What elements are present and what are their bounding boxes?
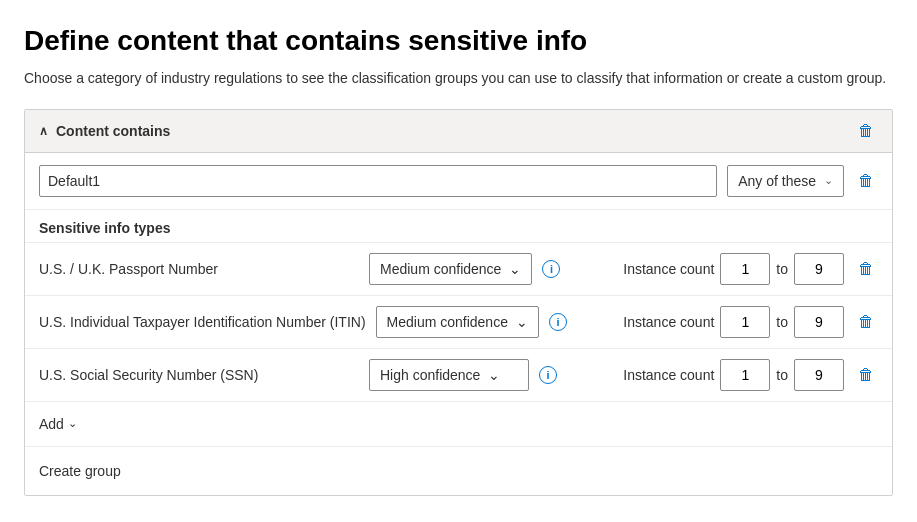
add-label: Add: [39, 416, 64, 432]
card-header: ∧ Content contains 🗑: [25, 110, 892, 153]
instance-to-input-1[interactable]: [794, 253, 844, 285]
collapse-icon[interactable]: ∧: [39, 124, 48, 138]
confidence-dropdown-3[interactable]: High confidence ⌄: [369, 359, 529, 391]
to-label-3: to: [776, 367, 788, 383]
to-label-2: to: [776, 314, 788, 330]
any-of-these-dropdown[interactable]: Any of these ⌄: [727, 165, 844, 197]
create-group-label: Create group: [39, 463, 121, 479]
group-name-row: Any of these ⌄ 🗑: [25, 153, 892, 210]
sensitive-info-types-section: Sensitive info types: [25, 210, 892, 243]
instance-from-input-1[interactable]: [720, 253, 770, 285]
create-group-row: Create group: [25, 447, 892, 495]
delete-row-3-button[interactable]: 🗑: [854, 364, 878, 386]
any-of-these-label: Any of these: [738, 173, 816, 189]
group-name-input[interactable]: [39, 165, 717, 197]
info-row-3: U.S. Social Security Number (SSN) High c…: [25, 349, 892, 402]
section-label-text: Sensitive info types: [39, 220, 170, 236]
confidence-dropdown-2[interactable]: Medium confidence ⌄: [376, 306, 539, 338]
confidence-label-1: Medium confidence: [380, 261, 501, 277]
any-of-these-chevron-icon: ⌄: [824, 174, 833, 187]
instance-group-2: Instance count to: [623, 306, 844, 338]
instance-to-input-2[interactable]: [794, 306, 844, 338]
page-title: Define content that contains sensitive i…: [24, 24, 893, 58]
confidence-chevron-2: ⌄: [516, 314, 528, 330]
confidence-label-3: High confidence: [380, 367, 480, 383]
to-label-1: to: [776, 261, 788, 277]
trash-icon: 🗑: [858, 260, 874, 278]
instance-group-3: Instance count to: [623, 359, 844, 391]
confidence-dropdown-1[interactable]: Medium confidence ⌄: [369, 253, 532, 285]
instance-count-label-2: Instance count: [623, 314, 714, 330]
confidence-label-2: Medium confidence: [387, 314, 508, 330]
info-type-name-1: U.S. / U.K. Passport Number: [39, 261, 359, 277]
delete-group-button[interactable]: 🗑: [854, 170, 878, 192]
instance-count-label-3: Instance count: [623, 367, 714, 383]
instance-count-label-1: Instance count: [623, 261, 714, 277]
instance-to-input-3[interactable]: [794, 359, 844, 391]
trash-icon: 🗑: [858, 172, 874, 190]
info-icon-2[interactable]: i: [549, 313, 567, 331]
card-header-label: Content contains: [56, 123, 170, 139]
trash-icon: 🗑: [858, 313, 874, 331]
info-row-2: U.S. Individual Taxpayer Identification …: [25, 296, 892, 349]
add-chevron-icon: ⌄: [68, 417, 77, 430]
confidence-chevron-3: ⌄: [488, 367, 500, 383]
instance-from-input-3[interactable]: [720, 359, 770, 391]
instance-from-input-2[interactable]: [720, 306, 770, 338]
delete-card-button[interactable]: 🗑: [854, 120, 878, 142]
trash-icon: 🗑: [858, 366, 874, 384]
instance-group-1: Instance count to: [623, 253, 844, 285]
add-row: Add ⌄: [25, 402, 892, 447]
info-type-name-3: U.S. Social Security Number (SSN): [39, 367, 359, 383]
info-icon-1[interactable]: i: [542, 260, 560, 278]
page-description: Choose a category of industry regulation…: [24, 68, 893, 89]
trash-icon: 🗑: [858, 122, 874, 140]
confidence-chevron-1: ⌄: [509, 261, 521, 277]
info-row-1: U.S. / U.K. Passport Number Medium confi…: [25, 243, 892, 296]
delete-row-1-button[interactable]: 🗑: [854, 258, 878, 280]
info-icon-3[interactable]: i: [539, 366, 557, 384]
create-group-button[interactable]: Create group: [39, 459, 121, 483]
delete-row-2-button[interactable]: 🗑: [854, 311, 878, 333]
card-header-left: ∧ Content contains: [39, 123, 170, 139]
content-contains-card: ∧ Content contains 🗑 Any of these ⌄ 🗑 Se…: [24, 109, 893, 496]
add-button[interactable]: Add ⌄: [39, 412, 77, 436]
info-type-name-2: U.S. Individual Taxpayer Identification …: [39, 314, 366, 330]
